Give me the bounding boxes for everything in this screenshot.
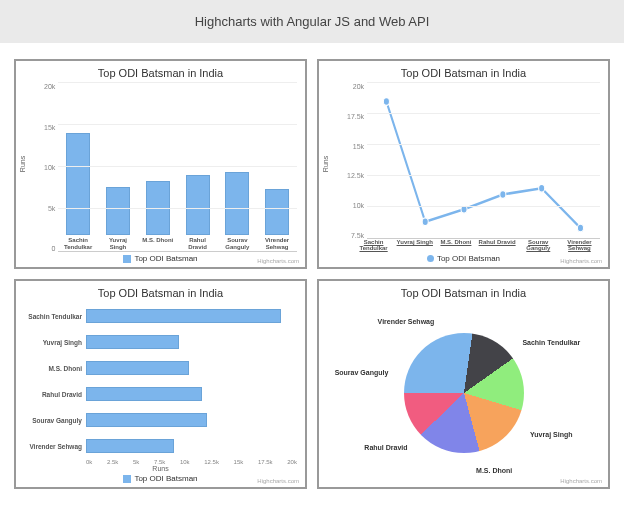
page-title: Highcharts with Angular JS and Web API: [195, 14, 430, 29]
y-axis-ticks: 20k 17.5k 15k 12.5k 10k 7.5k: [347, 83, 367, 239]
pie-circle: [404, 333, 524, 453]
category-label: Sachin Tendulkar: [353, 239, 394, 252]
chart-legend: Top ODI Batsman: [24, 252, 297, 263]
bar[interactable]: [225, 172, 249, 235]
hbar-row[interactable]: Sachin Tendulkar: [24, 303, 297, 329]
bar[interactable]: [86, 335, 179, 349]
chart-credit: Highcharts.com: [257, 478, 299, 484]
line-area[interactable]: [367, 83, 600, 239]
chart-title: Top ODI Batsman in India: [24, 287, 297, 299]
category-label: Sachin Tendulkar: [24, 313, 86, 320]
pie-slice-label: Sachin Tendulkar: [522, 338, 580, 345]
column[interactable]: Rahul Dravid: [181, 175, 214, 252]
pie-slice-label: Virender Sehwag: [378, 317, 435, 324]
pie-wrap[interactable]: Sachin TendulkarYuvraj SinghM.S. DhoniRa…: [327, 303, 600, 483]
y-axis-ticks: 20k 15k 10k 5k 0: [44, 83, 58, 252]
svg-point-5: [578, 224, 584, 232]
category-label: Sourav Ganguly: [518, 239, 559, 252]
category-label: Yuvraj Singh: [24, 339, 86, 346]
chart-title: Top ODI Batsman in India: [327, 287, 600, 299]
column[interactable]: Sourav Ganguly: [221, 172, 254, 251]
x-axis-categories: Sachin TendulkarYuvraj SinghM.S. DhoniRa…: [327, 239, 600, 252]
bar[interactable]: [186, 175, 210, 236]
svg-point-1: [422, 218, 428, 226]
category-label: M.S. Dhoni: [142, 237, 173, 251]
chart-credit: Highcharts.com: [560, 258, 602, 264]
category-label: Yuvraj Singh: [101, 237, 134, 251]
column[interactable]: M.S. Dhoni: [141, 181, 174, 251]
chart-legend: Top ODI Batsman: [24, 472, 297, 483]
bar[interactable]: [86, 439, 174, 453]
column-plot: 20k 15k 10k 5k 0 Sachin TendulkarYuvraj …: [24, 83, 297, 252]
chart-title: Top ODI Batsman in India: [327, 67, 600, 79]
chart-title: Top ODI Batsman in India: [24, 67, 297, 79]
x-axis-label: Runs: [24, 465, 297, 472]
bar[interactable]: [66, 133, 90, 235]
category-label: Yuvraj Singh: [394, 239, 435, 252]
pie-slice-label: M.S. Dhoni: [476, 466, 512, 473]
legend-swatch-icon: [123, 255, 131, 263]
line-plot: 20k 17.5k 15k 12.5k 10k 7.5k: [327, 83, 600, 239]
chart-credit: Highcharts.com: [257, 258, 299, 264]
hbar-row[interactable]: Yuvraj Singh: [24, 329, 297, 355]
hbar-plot[interactable]: Sachin TendulkarYuvraj SinghM.S. DhoniRa…: [24, 303, 297, 459]
legend-marker-icon: [427, 255, 434, 262]
svg-point-4: [539, 184, 545, 192]
category-label: Virender Sehwag: [559, 239, 600, 252]
page-header: Highcharts with Angular JS and Web API: [0, 0, 624, 43]
category-label: M.S. Dhoni: [435, 239, 476, 252]
category-label: Rahul Dravid: [181, 237, 214, 251]
chart-credit: Highcharts.com: [560, 478, 602, 484]
hbar-row[interactable]: M.S. Dhoni: [24, 355, 297, 381]
line-chart-panel: Top ODI Batsman in India Runs 20k 17.5k …: [317, 59, 610, 269]
svg-point-3: [500, 191, 506, 199]
chart-grid: Top ODI Batsman in India Runs 20k 15k 10…: [0, 43, 624, 505]
category-label: M.S. Dhoni: [24, 365, 86, 372]
bar[interactable]: [265, 189, 289, 235]
category-label: Sourav Ganguly: [221, 237, 254, 251]
column-chart-panel: Top ODI Batsman in India Runs 20k 15k 10…: [14, 59, 307, 269]
legend-swatch-icon: [123, 475, 131, 483]
column[interactable]: Yuvraj Singh: [101, 187, 134, 251]
pie-slice-label: Rahul Dravid: [364, 444, 407, 451]
bar[interactable]: [86, 309, 281, 323]
category-label: Sachin Tendulkar: [61, 237, 94, 251]
bar[interactable]: [86, 413, 207, 427]
pie-chart-panel: Top ODI Batsman in India Sachin Tendulka…: [317, 279, 610, 489]
category-label: Virender Sehwag: [260, 237, 293, 251]
hbar-row[interactable]: Rahul Dravid: [24, 381, 297, 407]
hbar-row[interactable]: Sourav Ganguly: [24, 407, 297, 433]
category-label: Rahul Dravid: [477, 239, 518, 252]
hbar-chart-panel: Top ODI Batsman in India Sachin Tendulka…: [14, 279, 307, 489]
column[interactable]: Virender Sehwag: [260, 189, 293, 251]
bar[interactable]: [86, 387, 202, 401]
chart-legend: Top ODI Batsman: [327, 252, 600, 263]
svg-point-0: [383, 98, 389, 106]
category-label: Virender Sehwag: [24, 443, 86, 450]
column[interactable]: Sachin Tendulkar: [61, 133, 94, 251]
bar[interactable]: [86, 361, 189, 375]
pie-slice-label: Yuvraj Singh: [530, 430, 572, 437]
category-label: Rahul Dravid: [24, 391, 86, 398]
category-label: Sourav Ganguly: [24, 417, 86, 424]
pie-slice-label: Sourav Ganguly: [335, 369, 389, 376]
hbar-row[interactable]: Virender Sehwag: [24, 433, 297, 459]
bar[interactable]: [106, 187, 130, 235]
column-area[interactable]: Sachin TendulkarYuvraj SinghM.S. DhoniRa…: [58, 83, 297, 252]
